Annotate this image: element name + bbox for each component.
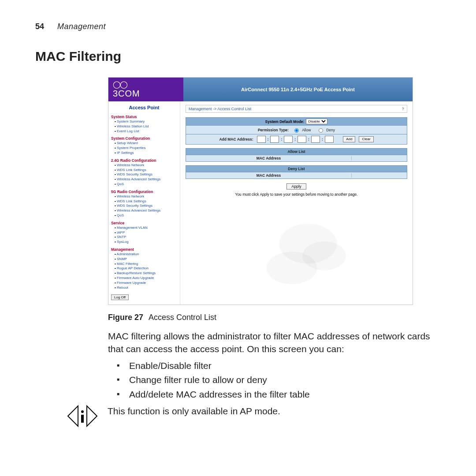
- deny-col-mac: MAC Address: [186, 173, 351, 178]
- sidebar-item[interactable]: IAPP: [115, 231, 177, 235]
- bullet-item: Change filter rule to allow or deny: [117, 374, 443, 386]
- sidebar-nav: System StatusSystem SummaryWireless Stat…: [111, 115, 177, 290]
- info-icon: [67, 405, 102, 427]
- sidebar-item[interactable]: Administration: [115, 252, 177, 257]
- sidebar-group: System Status: [111, 115, 177, 119]
- default-mode-row: System Default Mode: Disable: [186, 117, 407, 126]
- bullet-item: Enable/Disable filter: [117, 360, 443, 372]
- sidebar-item[interactable]: System Properties: [115, 146, 177, 151]
- running-head: 54 Management: [35, 22, 450, 31]
- permission-deny-label: Deny: [326, 128, 335, 132]
- page-number: 54: [35, 22, 44, 31]
- bullet-list: Enable/Disable filterChange filter rule …: [117, 360, 443, 401]
- svg-marker-0: [68, 406, 78, 426]
- permission-allow-radio[interactable]: [294, 128, 299, 133]
- body-text: MAC filtering allows the administrator t…: [108, 330, 443, 401]
- allow-list-columns: MAC Address: [186, 155, 407, 162]
- bullet-item: Add/delete MAC addresses in the filter t…: [117, 388, 443, 401]
- sidebar-item[interactable]: Management VLAN: [115, 226, 177, 231]
- mac-octet-1[interactable]: [257, 136, 266, 143]
- permission-deny-radio[interactable]: [319, 128, 323, 133]
- sidebar-title: Access Point: [111, 105, 177, 110]
- sidebar-item[interactable]: SysLog: [115, 240, 177, 245]
- figure-number: Figure 27: [108, 313, 143, 322]
- svg-marker-1: [87, 406, 97, 426]
- logoff-button[interactable]: Log Off: [111, 294, 129, 300]
- intro-paragraph: MAC filtering allows the administrator t…: [108, 330, 443, 355]
- sidebar-group: System Configuration: [111, 136, 177, 141]
- clear-button[interactable]: Clear: [359, 136, 373, 142]
- info-note: This function is only available in AP mo…: [67, 405, 446, 427]
- permission-row: Permission Type: Allow Deny: [186, 126, 407, 134]
- sidebar: Access Point System StatusSystem Summary…: [108, 101, 180, 305]
- figure-caption: Figure 27 Access Control List: [108, 313, 450, 322]
- add-mac-row: Add MAC Address: : : : : : Add Clear: [186, 134, 407, 145]
- allow-col-mac: MAC Address: [186, 156, 351, 160]
- brand-text: 3COM: [113, 89, 179, 99]
- breadcrumb: Management -> Access Control List ?: [186, 105, 407, 113]
- allow-list-header: Allow List: [186, 148, 407, 155]
- section-heading: MAC Filtering: [35, 49, 450, 64]
- chapter-name: Management: [57, 22, 106, 31]
- content-pane: Management -> Access Control List ? Syst…: [180, 101, 413, 305]
- deny-list-header: Deny List: [186, 165, 407, 172]
- help-icon[interactable]: ?: [402, 107, 405, 111]
- sidebar-item[interactable]: WDS Security Settings: [115, 204, 177, 208]
- sidebar-item[interactable]: Firmware Auto Upgrade: [115, 276, 177, 281]
- deny-list-columns: MAC Address: [186, 172, 407, 179]
- screenshot-figure: ◯◯ 3COM AirConnect 9550 11n 2.4+5GHz PoE…: [108, 77, 413, 305]
- mac-octet-5[interactable]: [311, 136, 320, 143]
- sidebar-item[interactable]: SNTP: [115, 235, 177, 240]
- apply-note: You must click Apply to save your settin…: [186, 192, 407, 197]
- logo-rings-icon: ◯◯: [113, 80, 179, 89]
- sidebar-item[interactable]: Reboot: [115, 286, 177, 290]
- sidebar-item[interactable]: Wireless Advanced Settings: [115, 177, 177, 182]
- svg-point-2: [81, 410, 84, 413]
- sidebar-item[interactable]: Wireless Network: [115, 163, 177, 168]
- default-mode-select[interactable]: Disable: [306, 119, 327, 124]
- sidebar-item[interactable]: WDS Link Settings: [115, 168, 177, 173]
- svg-rect-3: [81, 415, 84, 423]
- info-note-text: This function is only available in AP mo…: [108, 405, 280, 417]
- sidebar-item[interactable]: Setup Wizard: [115, 141, 177, 146]
- sidebar-item[interactable]: Rogue AP Detection: [115, 266, 177, 271]
- product-title: AirConnect 9550 11n 2.4+5GHz PoE Access …: [183, 78, 413, 101]
- permission-allow-label: Allow: [302, 128, 311, 132]
- sidebar-item[interactable]: QoS: [115, 213, 177, 218]
- brand-logo: ◯◯ 3COM: [108, 78, 183, 101]
- sidebar-item[interactable]: SNMP: [115, 257, 177, 262]
- sidebar-item[interactable]: Wireless Station List: [115, 124, 177, 129]
- mac-octet-3[interactable]: [284, 136, 293, 143]
- add-mac-label: Add MAC Address:: [219, 137, 253, 141]
- sidebar-item[interactable]: System Summary: [115, 119, 177, 124]
- sidebar-item[interactable]: WDS Link Settings: [115, 199, 177, 204]
- sidebar-group: 2.4G Radio Configuration: [111, 158, 177, 163]
- mac-octet-2[interactable]: [270, 136, 279, 143]
- sidebar-group: Management: [111, 247, 177, 252]
- sidebar-item[interactable]: WDS Security Settings: [115, 172, 177, 177]
- apply-button[interactable]: Apply: [286, 183, 306, 190]
- sidebar-item[interactable]: MAC Filtering: [115, 262, 177, 267]
- sidebar-item[interactable]: IP Settings: [115, 151, 177, 156]
- sidebar-item[interactable]: Wireless Advanced Settings: [115, 208, 177, 213]
- sidebar-item[interactable]: Event Log List: [115, 129, 177, 134]
- mac-octet-6[interactable]: [325, 136, 334, 143]
- breadcrumb-text: Management -> Access Control List: [189, 107, 251, 111]
- sidebar-item[interactable]: Backup/Restore Settings: [115, 271, 177, 276]
- sidebar-item[interactable]: QoS: [115, 182, 177, 187]
- sidebar-item[interactable]: Wireless Network: [115, 194, 177, 199]
- sidebar-group: 5G Radio Configuration: [111, 190, 177, 194]
- sidebar-item[interactable]: Firmware Upgrade: [115, 281, 177, 286]
- default-mode-label: System Default Mode:: [265, 119, 305, 124]
- add-button[interactable]: Add: [343, 136, 355, 142]
- sidebar-group: Service: [111, 221, 177, 225]
- permission-label: Permission Type:: [258, 128, 289, 132]
- figure-text: Access Control List: [149, 313, 216, 322]
- mac-octet-4[interactable]: [298, 136, 306, 143]
